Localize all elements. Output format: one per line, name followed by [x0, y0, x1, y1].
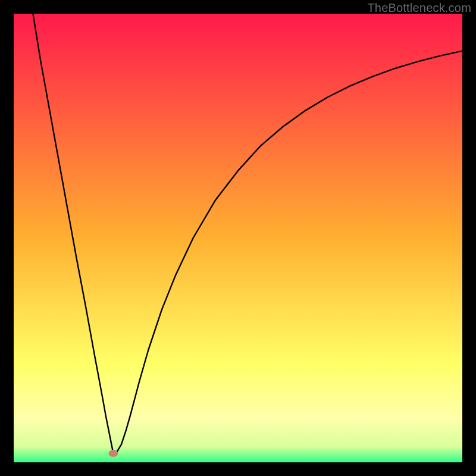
chart-background	[14, 14, 462, 462]
chart-frame	[14, 14, 462, 462]
chart-canvas	[14, 14, 462, 462]
watermark-text: TheBottleneck.com	[367, 1, 471, 15]
marker-dot	[108, 450, 118, 457]
